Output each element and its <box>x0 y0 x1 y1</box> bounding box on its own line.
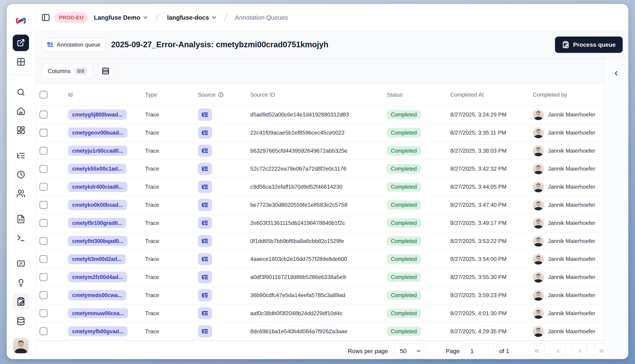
completed-by-name: Jannik Maierhoefer <box>548 148 595 154</box>
row-checkbox[interactable] <box>40 273 48 281</box>
table-row[interactable]: cmetygeov00buad... Trace 22c41f09acae5b1… <box>36 124 604 142</box>
item-id-badge[interactable]: cmetyl5r100grad0... <box>68 218 126 228</box>
item-id-badge[interactable]: cmetylt3m00d2ad... <box>68 254 126 264</box>
table-row[interactable]: cmetyk55x00c1ad... Trace 52c72c2222ea78e… <box>36 160 604 178</box>
next-page-button[interactable] <box>572 343 587 359</box>
row-checkbox[interactable] <box>40 255 48 263</box>
completed-by-name: Jannik Maierhoefer <box>548 292 595 298</box>
row-checkbox[interactable] <box>40 165 48 173</box>
item-source-id: 2e603f31361115db24198478840b1f2c <box>250 220 387 226</box>
table-row[interactable]: cmetymyfb00gvad... Trace 8dc69b1ba1e540b… <box>36 322 604 341</box>
completed-by-name: Jannik Maierhoefer <box>548 166 595 172</box>
users-icon[interactable] <box>13 186 29 201</box>
item-source-id: 8dc69b1ba1e540b4d084a7f9262a3aae <box>250 328 387 335</box>
columns-button[interactable]: Columns 8/8 <box>42 63 93 79</box>
item-id-badge[interactable]: cmetyko0k00bsad... <box>68 200 127 210</box>
trace-source-icon[interactable] <box>198 217 212 229</box>
table-row[interactable]: cmetylht300bqad0... Trace 0f1dd65b7bb9bf… <box>36 232 604 250</box>
trace-source-icon[interactable] <box>198 163 212 175</box>
info-icon[interactable] <box>218 92 224 98</box>
table-view-icon[interactable] <box>13 54 29 70</box>
trace-source-icon[interactable] <box>198 325 212 338</box>
breadcrumb-project[interactable]: langfuse-docs <box>167 14 217 21</box>
sessions-clock-icon[interactable] <box>13 167 29 182</box>
scores-percent-icon[interactable] <box>13 256 29 271</box>
trace-source-icon[interactable] <box>198 307 212 320</box>
table-row[interactable]: cmetyg5j800bwad... Trace d5ad9d52a00c6e1… <box>36 106 604 124</box>
trace-source-icon[interactable] <box>198 180 212 193</box>
trace-source-icon[interactable] <box>198 289 212 301</box>
item-source-id: 0f1dd65b7bb9bf6ba8a6cbb82c1529fe <box>250 238 387 244</box>
prompts-file-code-icon[interactable] <box>13 212 29 226</box>
item-type: Trace <box>145 274 198 280</box>
item-completed-at: 8/27/2025, 3:42:32 PM <box>450 166 533 172</box>
trace-source-icon[interactable] <box>198 235 212 247</box>
item-completed-at: 8/27/2025, 3:35:11 PM <box>450 130 533 136</box>
trace-source-icon[interactable] <box>198 144 212 157</box>
completed-by-avatar <box>533 145 544 156</box>
breadcrumb-org[interactable]: Langfuse Demo <box>94 14 149 21</box>
row-checkbox[interactable] <box>40 147 48 155</box>
row-checkbox[interactable] <box>40 219 48 227</box>
item-id-badge[interactable]: cmetymmuw00cea... <box>68 308 128 318</box>
content-row: Columns 8/8 Id <box>36 58 628 359</box>
item-id-badge[interactable]: cmetyg5j800bwad... <box>68 110 127 120</box>
table-row[interactable]: cmetylt3m00d2ad... Trace 4aaece1603cb2e1… <box>36 250 604 268</box>
row-checkbox[interactable] <box>40 183 48 191</box>
item-id-badge[interactable]: cmetyju1r00ccad0... <box>68 146 127 156</box>
evaluators-lightbulb-icon[interactable] <box>13 275 29 290</box>
table-row[interactable]: cmetyju1r00ccad0... Trace b63297665cfd44… <box>36 142 604 160</box>
item-id-badge[interactable]: cmetyk55x00c1ad... <box>68 164 126 174</box>
item-type: Trace <box>145 166 198 172</box>
rows-per-page-label: Rows per page <box>348 348 388 354</box>
table-row[interactable]: cmetym2fz00d4ad... Trace a0df3f901167218… <box>36 268 604 286</box>
column-header-id: Id <box>68 92 145 98</box>
home-icon[interactable] <box>13 104 29 118</box>
user-avatar[interactable] <box>13 338 29 353</box>
item-id-badge[interactable]: cmetymeds00cwa... <box>68 290 126 300</box>
process-queue-button[interactable]: Process queue <box>555 36 623 53</box>
item-id-badge[interactable]: cmetym2fz00d4ad... <box>68 272 127 282</box>
open-external-icon[interactable] <box>13 34 29 51</box>
table-row[interactable]: cmetykdr400ciad0... Trace c9d56ca32efaff… <box>36 178 604 196</box>
trace-source-icon[interactable] <box>198 271 212 283</box>
datasets-database-icon[interactable] <box>13 314 29 328</box>
prev-page-button[interactable] <box>550 343 566 359</box>
row-checkbox[interactable] <box>40 291 48 299</box>
status-badge: Completed <box>387 128 421 138</box>
sidebar-rail <box>7 4 36 359</box>
langfuse-logo-icon[interactable] <box>16 16 26 25</box>
search-icon[interactable] <box>13 85 29 100</box>
row-checkbox[interactable] <box>40 309 48 317</box>
table-row[interactable]: cmetyl5r100grad0... Trace 2e603f31361115… <box>36 214 604 232</box>
first-page-button[interactable] <box>529 343 545 359</box>
dashboards-icon[interactable] <box>13 122 29 138</box>
row-checkbox[interactable] <box>40 328 48 335</box>
item-id-badge[interactable]: cmetygeov00buad... <box>68 128 128 138</box>
sidebar-toggle-icon[interactable] <box>41 13 50 22</box>
table-row[interactable]: cmetymmuw00cea... Trace aaf0c38db0f3f204… <box>36 304 604 322</box>
row-height-button[interactable] <box>98 63 113 79</box>
row-checkbox[interactable] <box>40 201 48 209</box>
table-row[interactable]: cmetyko0k00bsad... Trace be7723e30d80205… <box>36 196 604 214</box>
trace-source-icon[interactable] <box>198 253 212 265</box>
item-id-badge[interactable]: cmetylht300bqad0... <box>68 236 128 246</box>
row-checkbox[interactable] <box>40 237 48 245</box>
playground-terminal-icon[interactable] <box>13 231 29 246</box>
collapse-panel-button[interactable] <box>610 68 622 79</box>
row-checkbox[interactable] <box>40 129 48 137</box>
row-checkbox[interactable] <box>40 111 48 118</box>
select-all-checkbox[interactable] <box>40 91 48 99</box>
table-row[interactable]: cmetymeds00cwa... Trace 36b90cdfc47e5da1… <box>36 286 604 304</box>
tracing-icon[interactable] <box>13 148 29 163</box>
trace-source-icon[interactable] <box>198 199 212 211</box>
trace-source-icon[interactable] <box>198 126 212 139</box>
status-badge: Completed <box>387 254 421 264</box>
page-number-input[interactable] <box>465 343 494 359</box>
item-id-badge[interactable]: cmetymyfb00gvad... <box>68 326 128 336</box>
annotation-queues-clipboard-icon[interactable] <box>13 293 29 310</box>
item-completed-at: 8/27/2025, 3:54:00 PM <box>450 256 533 262</box>
rows-per-page-select[interactable]: 50 <box>394 343 426 359</box>
trace-source-icon[interactable] <box>198 108 212 121</box>
item-id-badge[interactable]: cmetykdr400ciad0... <box>68 182 127 192</box>
